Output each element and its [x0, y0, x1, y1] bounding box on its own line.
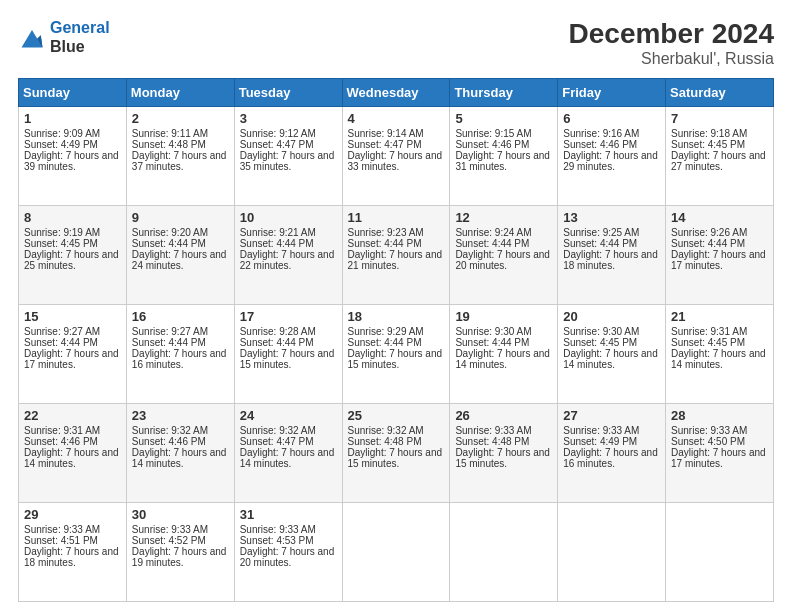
sunset-text: Sunset: 4:45 PM	[24, 238, 98, 249]
cal-cell: 21Sunrise: 9:31 AMSunset: 4:45 PMDayligh…	[666, 305, 774, 404]
sunset-text: Sunset: 4:44 PM	[240, 238, 314, 249]
cal-week-row: 15Sunrise: 9:27 AMSunset: 4:44 PMDayligh…	[19, 305, 774, 404]
sunrise-text: Sunrise: 9:15 AM	[455, 128, 531, 139]
daylight-text: Daylight: 7 hours and 20 minutes.	[240, 546, 335, 568]
cal-cell: 5Sunrise: 9:15 AMSunset: 4:46 PMDaylight…	[450, 107, 558, 206]
sunrise-text: Sunrise: 9:21 AM	[240, 227, 316, 238]
cal-cell: 13Sunrise: 9:25 AMSunset: 4:44 PMDayligh…	[558, 206, 666, 305]
title-block: December 2024 Sherbakul', Russia	[569, 18, 774, 68]
daylight-text: Daylight: 7 hours and 31 minutes.	[455, 150, 550, 172]
cal-cell: 31Sunrise: 9:33 AMSunset: 4:53 PMDayligh…	[234, 503, 342, 602]
day-number: 5	[455, 111, 552, 126]
sunset-text: Sunset: 4:49 PM	[24, 139, 98, 150]
cal-cell: 2Sunrise: 9:11 AMSunset: 4:48 PMDaylight…	[126, 107, 234, 206]
daylight-text: Daylight: 7 hours and 18 minutes.	[24, 546, 119, 568]
cal-cell: 12Sunrise: 9:24 AMSunset: 4:44 PMDayligh…	[450, 206, 558, 305]
sunrise-text: Sunrise: 9:26 AM	[671, 227, 747, 238]
day-number: 28	[671, 408, 768, 423]
sunrise-text: Sunrise: 9:14 AM	[348, 128, 424, 139]
sunrise-text: Sunrise: 9:12 AM	[240, 128, 316, 139]
sunset-text: Sunset: 4:44 PM	[132, 238, 206, 249]
cal-cell: 6Sunrise: 9:16 AMSunset: 4:46 PMDaylight…	[558, 107, 666, 206]
day-number: 13	[563, 210, 660, 225]
cal-header-thursday: Thursday	[450, 79, 558, 107]
daylight-text: Daylight: 7 hours and 21 minutes.	[348, 249, 443, 271]
logo: General Blue	[18, 18, 110, 56]
cal-cell	[450, 503, 558, 602]
daylight-text: Daylight: 7 hours and 15 minutes.	[348, 447, 443, 469]
sunset-text: Sunset: 4:44 PM	[24, 337, 98, 348]
sunset-text: Sunset: 4:47 PM	[240, 139, 314, 150]
day-number: 27	[563, 408, 660, 423]
cal-cell: 15Sunrise: 9:27 AMSunset: 4:44 PMDayligh…	[19, 305, 127, 404]
sunrise-text: Sunrise: 9:16 AM	[563, 128, 639, 139]
sunrise-text: Sunrise: 9:33 AM	[240, 524, 316, 535]
sunrise-text: Sunrise: 9:30 AM	[563, 326, 639, 337]
cal-cell: 26Sunrise: 9:33 AMSunset: 4:48 PMDayligh…	[450, 404, 558, 503]
cal-cell: 3Sunrise: 9:12 AMSunset: 4:47 PMDaylight…	[234, 107, 342, 206]
cal-header-monday: Monday	[126, 79, 234, 107]
sunset-text: Sunset: 4:44 PM	[240, 337, 314, 348]
day-number: 20	[563, 309, 660, 324]
day-number: 23	[132, 408, 229, 423]
sunset-text: Sunset: 4:44 PM	[132, 337, 206, 348]
daylight-text: Daylight: 7 hours and 33 minutes.	[348, 150, 443, 172]
cal-header-friday: Friday	[558, 79, 666, 107]
sunrise-text: Sunrise: 9:29 AM	[348, 326, 424, 337]
calendar: SundayMondayTuesdayWednesdayThursdayFrid…	[18, 78, 774, 602]
day-number: 19	[455, 309, 552, 324]
cal-cell: 14Sunrise: 9:26 AMSunset: 4:44 PMDayligh…	[666, 206, 774, 305]
cal-cell: 24Sunrise: 9:32 AMSunset: 4:47 PMDayligh…	[234, 404, 342, 503]
daylight-text: Daylight: 7 hours and 24 minutes.	[132, 249, 227, 271]
daylight-text: Daylight: 7 hours and 14 minutes.	[563, 348, 658, 370]
sunrise-text: Sunrise: 9:23 AM	[348, 227, 424, 238]
day-number: 26	[455, 408, 552, 423]
daylight-text: Daylight: 7 hours and 39 minutes.	[24, 150, 119, 172]
sunset-text: Sunset: 4:53 PM	[240, 535, 314, 546]
sunset-text: Sunset: 4:44 PM	[348, 337, 422, 348]
cal-cell: 17Sunrise: 9:28 AMSunset: 4:44 PMDayligh…	[234, 305, 342, 404]
sunrise-text: Sunrise: 9:27 AM	[24, 326, 100, 337]
daylight-text: Daylight: 7 hours and 19 minutes.	[132, 546, 227, 568]
sunrise-text: Sunrise: 9:33 AM	[132, 524, 208, 535]
daylight-text: Daylight: 7 hours and 14 minutes.	[24, 447, 119, 469]
sunrise-text: Sunrise: 9:32 AM	[240, 425, 316, 436]
day-number: 2	[132, 111, 229, 126]
sunrise-text: Sunrise: 9:25 AM	[563, 227, 639, 238]
sunset-text: Sunset: 4:50 PM	[671, 436, 745, 447]
cal-header-wednesday: Wednesday	[342, 79, 450, 107]
logo-icon	[18, 23, 46, 51]
cal-cell: 9Sunrise: 9:20 AMSunset: 4:44 PMDaylight…	[126, 206, 234, 305]
sunset-text: Sunset: 4:52 PM	[132, 535, 206, 546]
sunrise-text: Sunrise: 9:24 AM	[455, 227, 531, 238]
sunrise-text: Sunrise: 9:31 AM	[24, 425, 100, 436]
cal-cell: 22Sunrise: 9:31 AMSunset: 4:46 PMDayligh…	[19, 404, 127, 503]
day-number: 22	[24, 408, 121, 423]
day-number: 30	[132, 507, 229, 522]
sunset-text: Sunset: 4:49 PM	[563, 436, 637, 447]
sunrise-text: Sunrise: 9:33 AM	[24, 524, 100, 535]
sunrise-text: Sunrise: 9:30 AM	[455, 326, 531, 337]
cal-cell: 11Sunrise: 9:23 AMSunset: 4:44 PMDayligh…	[342, 206, 450, 305]
cal-cell: 25Sunrise: 9:32 AMSunset: 4:48 PMDayligh…	[342, 404, 450, 503]
daylight-text: Daylight: 7 hours and 37 minutes.	[132, 150, 227, 172]
logo-line1: General	[50, 19, 110, 36]
cal-cell: 8Sunrise: 9:19 AMSunset: 4:45 PMDaylight…	[19, 206, 127, 305]
calendar-header-row: SundayMondayTuesdayWednesdayThursdayFrid…	[19, 79, 774, 107]
day-number: 1	[24, 111, 121, 126]
day-number: 21	[671, 309, 768, 324]
page: General Blue December 2024 Sherbakul', R…	[0, 0, 792, 612]
day-number: 18	[348, 309, 445, 324]
cal-header-saturday: Saturday	[666, 79, 774, 107]
daylight-text: Daylight: 7 hours and 15 minutes.	[240, 348, 335, 370]
daylight-text: Daylight: 7 hours and 29 minutes.	[563, 150, 658, 172]
day-number: 31	[240, 507, 337, 522]
daylight-text: Daylight: 7 hours and 35 minutes.	[240, 150, 335, 172]
sunrise-text: Sunrise: 9:19 AM	[24, 227, 100, 238]
daylight-text: Daylight: 7 hours and 15 minutes.	[348, 348, 443, 370]
sunrise-text: Sunrise: 9:09 AM	[24, 128, 100, 139]
sunrise-text: Sunrise: 9:27 AM	[132, 326, 208, 337]
sunrise-text: Sunrise: 9:31 AM	[671, 326, 747, 337]
day-number: 8	[24, 210, 121, 225]
cal-cell: 1Sunrise: 9:09 AMSunset: 4:49 PMDaylight…	[19, 107, 127, 206]
